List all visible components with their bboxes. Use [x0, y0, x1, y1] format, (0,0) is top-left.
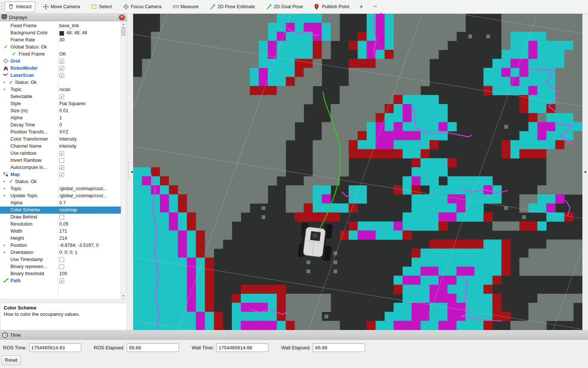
- property-row-status-ok[interactable]: ▸✓Status: Ok: [0, 178, 121, 185]
- expand-arrow-icon[interactable]: ▸: [4, 186, 6, 190]
- property-row-orientation[interactable]: ▸Orientation0; 0; 0; 1: [0, 249, 121, 256]
- checkbox-checked[interactable]: ✓: [59, 66, 64, 71]
- property-row-selectable[interactable]: Selectable✓: [0, 93, 121, 100]
- property-row-laserscan[interactable]: LaserScan✓: [0, 72, 121, 79]
- property-label: Height: [10, 236, 24, 241]
- checkbox-checked[interactable]: ✓: [59, 151, 64, 156]
- property-value: 30: [59, 37, 65, 43]
- ros-time-input[interactable]: [29, 343, 81, 352]
- property-row-fixed-frame[interactable]: Fixed Framebase_link: [0, 22, 121, 29]
- wall-time-input[interactable]: [216, 343, 268, 352]
- wall-elapsed-input[interactable]: [313, 343, 365, 352]
- displays-panel: Displays ✕ Fixed Framebase_linkBackgroun…: [0, 14, 127, 330]
- property-label: LaserScan: [10, 73, 34, 78]
- checkbox-checked[interactable]: ✓: [59, 165, 64, 170]
- left-panel-splitter[interactable]: ◄: [127, 14, 133, 330]
- expand-right-icon[interactable]: ►: [584, 170, 588, 174]
- expand-arrow-icon[interactable]: ▸: [4, 243, 6, 247]
- property-row-resolution[interactable]: Resolution0.05: [0, 221, 121, 228]
- property-row-alpha[interactable]: Alpha0.7: [0, 199, 121, 207]
- property-row-alpha[interactable]: Alpha1: [0, 114, 121, 122]
- property-row-use-rainbow[interactable]: Use rainbow✓: [0, 150, 121, 157]
- property-label: Map: [10, 172, 20, 177]
- checkbox-checked[interactable]: ✓: [59, 279, 64, 283]
- property-row-path[interactable]: Path✓: [0, 277, 121, 284]
- status-ok-check-icon: ✓: [4, 44, 8, 50]
- tool--[interactable]: +: [356, 1, 365, 12]
- property-row-invert-rainbow[interactable]: Invert Rainbow: [0, 157, 121, 164]
- tool-publish-point[interactable]: Publish Point: [310, 1, 353, 12]
- help-title: Color Scheme: [4, 305, 123, 311]
- property-row-color-transformer[interactable]: Color TransformerIntensity: [0, 136, 121, 143]
- tool--[interactable]: −▾: [371, 1, 380, 12]
- tool-measure[interactable]: Measure: [169, 1, 202, 12]
- expand-arrow-icon[interactable]: ▸: [4, 80, 6, 84]
- property-row-channel-name[interactable]: Channel Nameintensity: [0, 143, 121, 150]
- checkbox-checked[interactable]: ✓: [59, 94, 64, 99]
- tool-2d-pose-estimate[interactable]: 2D Pose Estimate: [206, 1, 259, 12]
- expand-arrow-icon[interactable]: ▸: [4, 87, 6, 91]
- scroll-down-icon[interactable]: ▼: [121, 293, 126, 298]
- property-row-decay-time[interactable]: Decay Time0: [0, 122, 121, 129]
- property-row-style[interactable]: StyleFlat Squares: [0, 100, 121, 107]
- property-row-topic[interactable]: ▸Topic/scan: [0, 86, 121, 93]
- checkbox-unchecked[interactable]: [59, 158, 64, 163]
- scroll-up-icon[interactable]: ▲: [121, 22, 126, 26]
- checkbox-unchecked[interactable]: [59, 215, 64, 220]
- tool-select[interactable]: Select: [87, 1, 116, 12]
- property-row-status-ok[interactable]: ▸✓Status: Ok: [0, 79, 121, 86]
- property-row-width[interactable]: Width171: [0, 228, 121, 235]
- property-value: costmap: [59, 207, 77, 213]
- property-row-height[interactable]: Height214: [0, 235, 121, 242]
- property-label: Use Timestamp: [10, 257, 43, 262]
- property-row-position[interactable]: ▸Position-6.8784; -3.5197; 0: [0, 242, 121, 249]
- tool-focus-camera[interactable]: Focus Camera: [119, 1, 165, 12]
- property-row-use-timestamp[interactable]: Use Timestamp: [0, 256, 121, 263]
- checkbox-checked[interactable]: ✓: [59, 59, 64, 64]
- time-panel: Time ROS Time:ROS Elapsed:Wall Time:Wall…: [0, 330, 588, 368]
- property-row-grid[interactable]: Grid✓: [0, 58, 121, 65]
- property-value: base_link: [59, 23, 79, 28]
- toolbar-grip[interactable]: [1, 2, 3, 12]
- expand-arrow-icon[interactable]: ▸: [4, 194, 6, 197]
- tool-interact[interactable]: Interact: [4, 1, 35, 12]
- expand-arrow-icon[interactable]: ▸: [4, 250, 6, 254]
- hand-icon: [8, 4, 14, 10]
- tool-2d-goal-pose[interactable]: 2D Goal Pose: [262, 1, 307, 12]
- 3d-viewport[interactable]: [133, 14, 582, 330]
- property-row-color-scheme[interactable]: Color Schemecostmap: [0, 207, 121, 214]
- property-row-robotmodel[interactable]: RobotModel✓: [0, 65, 121, 72]
- property-row-map[interactable]: Map✓: [0, 171, 121, 178]
- right-panel-splitter[interactable]: ►: [582, 14, 588, 330]
- tool-move-camera[interactable]: Move Camera: [39, 1, 84, 12]
- expand-arrow-icon[interactable]: ▸: [4, 179, 6, 183]
- property-row-binary-represen-[interactable]: Binary represen...: [0, 263, 121, 270]
- panel-splitter[interactable]: ······: [0, 299, 127, 303]
- checkbox-unchecked[interactable]: [59, 257, 64, 262]
- property-value: 100: [59, 271, 67, 276]
- property-row-frame-rate[interactable]: Frame Rate30: [0, 37, 121, 44]
- property-row-topic[interactable]: ▸Topic/global_costmap/cost...: [0, 185, 121, 192]
- property-row-global-status-ok[interactable]: ✓Global Status: Ok: [0, 44, 121, 51]
- close-icon[interactable]: ✕: [119, 15, 125, 20]
- displays-scrollbar[interactable]: ▲ ▼: [121, 21, 126, 299]
- checkbox-unchecked[interactable]: [59, 264, 64, 269]
- reset-button[interactable]: Reset: [1, 355, 21, 365]
- property-row-fixed-frame[interactable]: ✓Fixed FrameOK: [0, 51, 121, 58]
- displays-title-bar[interactable]: Displays ✕: [0, 14, 127, 21]
- scrollbar-thumb[interactable]: [122, 27, 125, 36]
- toolbar: InteractMove CameraSelectFocus CameraMea…: [0, 0, 588, 14]
- property-row-size-m-[interactable]: Size (m)0.01: [0, 107, 121, 114]
- property-row-position-transfo-[interactable]: Position Transfo...XYZ: [0, 129, 121, 136]
- property-row-update-topic[interactable]: ▸Update Topic/global_costmap/cost...: [0, 192, 121, 199]
- checkbox-checked[interactable]: ✓: [59, 172, 64, 177]
- property-row-draw-behind[interactable]: Draw Behind: [0, 214, 121, 221]
- property-label: Decay Time: [10, 122, 35, 128]
- property-row-binary-threshold[interactable]: Binary threshold100: [0, 270, 121, 277]
- property-row-background-color[interactable]: Background Color48; 48; 48: [0, 29, 121, 37]
- color-swatch[interactable]: [59, 31, 64, 36]
- property-row-autocompute-in-[interactable]: Autocompute In...✓: [0, 164, 121, 171]
- time-title-bar[interactable]: Time: [0, 330, 588, 340]
- checkbox-checked[interactable]: ✓: [59, 73, 64, 78]
- ros-elapsed-input[interactable]: [127, 343, 179, 352]
